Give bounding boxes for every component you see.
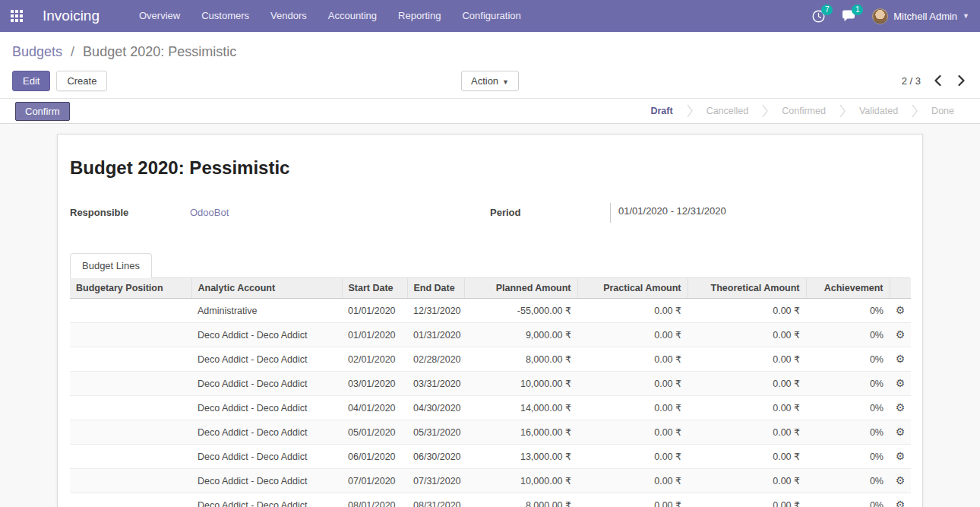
apps-menu-button[interactable] <box>11 0 33 32</box>
status-cancelled[interactable]: Cancelled <box>693 99 763 124</box>
cell-practical[interactable]: 0.00 ₹ <box>577 469 688 493</box>
cell-practical[interactable]: 0.00 ₹ <box>577 420 688 445</box>
cell-start[interactable]: 03/01/2020 <box>342 372 407 396</box>
row-actions-cell[interactable]: ⚙ <box>890 493 911 507</box>
table-row[interactable]: Deco Addict - Deco Addict04/01/202004/30… <box>70 396 911 420</box>
menu-item-customers[interactable]: Customers <box>191 0 260 32</box>
tab-budget-lines[interactable]: Budget Lines <box>70 253 152 278</box>
cell-position[interactable] <box>70 299 191 323</box>
cell-theoretical[interactable]: 0.00 ₹ <box>688 420 806 445</box>
cell-position[interactable] <box>70 347 191 372</box>
table-row[interactable]: Deco Addict - Deco Addict03/01/202003/31… <box>70 372 911 396</box>
pager-previous-button[interactable] <box>931 72 944 89</box>
cell-planned[interactable]: 10,000.00 ₹ <box>464 372 577 396</box>
breadcrumb-parent-link[interactable]: Budgets <box>12 44 62 59</box>
cell-start[interactable]: 05/01/2020 <box>342 420 407 445</box>
gear-icon[interactable]: ⚙ <box>896 450 906 462</box>
cell-practical[interactable]: 0.00 ₹ <box>577 493 688 507</box>
cell-achievement[interactable]: 0% <box>806 323 890 347</box>
cell-practical[interactable]: 0.00 ₹ <box>577 323 688 347</box>
app-title[interactable]: Invoicing <box>43 8 100 24</box>
cell-achievement[interactable]: 0% <box>806 493 890 507</box>
cell-account[interactable]: Deco Addict - Deco Addict <box>191 396 342 420</box>
cell-achievement[interactable]: 0% <box>806 347 890 372</box>
table-row[interactable]: Deco Addict - Deco Addict01/01/202001/31… <box>70 323 911 347</box>
confirm-button[interactable]: Confirm <box>15 102 70 121</box>
cell-account[interactable]: Deco Addict - Deco Addict <box>191 469 342 493</box>
cell-achievement[interactable]: 0% <box>806 469 890 493</box>
cell-position[interactable] <box>70 469 191 493</box>
table-row[interactable]: Deco Addict - Deco Addict05/01/202005/31… <box>70 420 911 445</box>
cell-account[interactable]: Deco Addict - Deco Addict <box>191 372 342 396</box>
cell-start[interactable]: 07/01/2020 <box>342 469 407 493</box>
cell-planned[interactable]: -55,000.00 ₹ <box>464 299 577 323</box>
menu-item-configuration[interactable]: Configuration <box>451 0 531 32</box>
cell-achievement[interactable]: 0% <box>806 396 890 420</box>
header-achievement[interactable]: Achievement <box>806 278 890 299</box>
header-budgetary-position[interactable]: Budgetary Position <box>70 278 191 299</box>
row-actions-cell[interactable]: ⚙ <box>890 396 911 420</box>
menu-item-reporting[interactable]: Reporting <box>387 0 451 32</box>
row-actions-cell[interactable]: ⚙ <box>890 347 911 372</box>
cell-start[interactable]: 04/01/2020 <box>342 396 407 420</box>
header-theoretical-amount[interactable]: Theoretical Amount <box>688 278 806 299</box>
cell-planned[interactable]: 14,000.00 ₹ <box>464 396 577 420</box>
cell-account[interactable]: Deco Addict - Deco Addict <box>191 493 342 507</box>
cell-practical[interactable]: 0.00 ₹ <box>577 445 688 469</box>
cell-end[interactable]: 05/31/2020 <box>407 420 464 445</box>
row-actions-cell[interactable]: ⚙ <box>890 445 911 469</box>
gear-icon[interactable]: ⚙ <box>896 499 906 507</box>
cell-account[interactable]: Deco Addict - Deco Addict <box>191 323 342 347</box>
row-actions-cell[interactable]: ⚙ <box>890 420 911 445</box>
edit-button[interactable]: Edit <box>12 71 50 91</box>
cell-practical[interactable]: 0.00 ₹ <box>577 299 688 323</box>
cell-planned[interactable]: 9,000.00 ₹ <box>464 323 577 347</box>
cell-achievement[interactable]: 0% <box>806 420 890 445</box>
cell-account[interactable]: Administrative <box>191 299 342 323</box>
table-row[interactable]: Deco Addict - Deco Addict02/01/202002/28… <box>70 347 911 372</box>
cell-end[interactable]: 06/30/2020 <box>407 445 464 469</box>
cell-planned[interactable]: 13,000.00 ₹ <box>464 445 577 469</box>
gear-icon[interactable]: ⚙ <box>896 328 906 341</box>
header-practical-amount[interactable]: Practical Amount <box>577 278 688 299</box>
cell-practical[interactable]: 0.00 ₹ <box>577 396 688 420</box>
cell-theoretical[interactable]: 0.00 ₹ <box>688 469 806 493</box>
cell-planned[interactable]: 10,000.00 ₹ <box>464 469 577 493</box>
responsible-value-link[interactable]: OdooBot <box>190 204 229 223</box>
cell-achievement[interactable]: 0% <box>806 445 890 469</box>
cell-end[interactable]: 04/30/2020 <box>407 396 464 420</box>
cell-start[interactable]: 02/01/2020 <box>342 347 407 372</box>
header-planned-amount[interactable]: Planned Amount <box>464 278 577 299</box>
cell-achievement[interactable]: 0% <box>806 299 890 323</box>
status-confirmed[interactable]: Confirmed <box>768 99 839 124</box>
cell-theoretical[interactable]: 0.00 ₹ <box>688 323 806 347</box>
cell-planned[interactable]: 8,000.00 ₹ <box>464 493 577 507</box>
cell-position[interactable] <box>70 323 191 347</box>
user-menu-button[interactable]: Mitchell Admin ▼ <box>872 8 969 24</box>
row-actions-cell[interactable]: ⚙ <box>890 299 911 323</box>
cell-end[interactable]: 07/31/2020 <box>407 469 464 493</box>
messages-menu-button[interactable]: 1 <box>842 10 855 22</box>
table-row[interactable]: Deco Addict - Deco Addict08/01/202008/31… <box>70 493 911 507</box>
cell-planned[interactable]: 16,000.00 ₹ <box>464 420 577 445</box>
gear-icon[interactable]: ⚙ <box>896 377 906 389</box>
cell-account[interactable]: Deco Addict - Deco Addict <box>191 347 342 372</box>
status-validated[interactable]: Validated <box>846 99 912 124</box>
cell-start[interactable]: 08/01/2020 <box>342 493 407 507</box>
cell-theoretical[interactable]: 0.00 ₹ <box>688 445 806 469</box>
table-row[interactable]: Administrative01/01/202012/31/2020-55,00… <box>70 299 911 323</box>
header-start-date[interactable]: Start Date <box>342 278 407 299</box>
gear-icon[interactable]: ⚙ <box>896 353 906 365</box>
cell-planned[interactable]: 8,000.00 ₹ <box>464 347 577 372</box>
cell-account[interactable]: Deco Addict - Deco Addict <box>191 445 342 469</box>
cell-practical[interactable]: 0.00 ₹ <box>577 372 688 396</box>
cell-position[interactable] <box>70 493 191 507</box>
cell-theoretical[interactable]: 0.00 ₹ <box>688 396 806 420</box>
status-done[interactable]: Done <box>918 99 968 124</box>
cell-account[interactable]: Deco Addict - Deco Addict <box>191 420 342 445</box>
row-actions-cell[interactable]: ⚙ <box>890 323 911 347</box>
gear-icon[interactable]: ⚙ <box>896 401 906 414</box>
cell-theoretical[interactable]: 0.00 ₹ <box>688 372 806 396</box>
cell-end[interactable]: 02/28/2020 <box>407 347 464 372</box>
cell-position[interactable] <box>70 445 191 469</box>
